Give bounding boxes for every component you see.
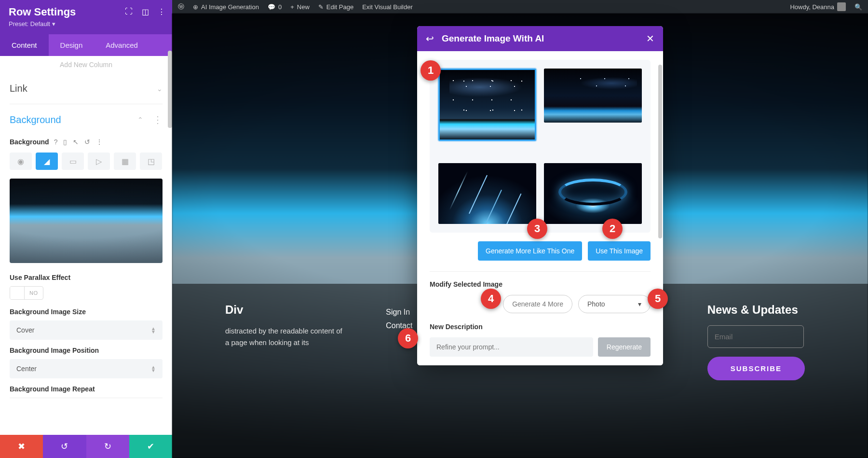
avatar — [837, 2, 846, 11]
footer-col1-text: distracted by the readable content of a … — [225, 325, 347, 348]
modal-title: Generate Image With AI — [442, 33, 638, 44]
redo-button[interactable]: ↻ — [86, 435, 129, 458]
accordion-background: Background ⌃ ⋮ Background ? ▯ ↖ ↺ ⋮ ◉ ◢ — [10, 104, 163, 398]
accordion-background-title: Background — [10, 114, 61, 125]
modal-body: Generate More Like This One Use This Ima… — [417, 51, 663, 365]
wp-admin-bar: ⓦ ⊕ AI Image Generation 💬 0 + New ✎ Edit… — [172, 0, 868, 14]
ai-image-modal: ↩ Generate Image With AI ✕ Generate More… — [417, 26, 663, 365]
exit-builder-link[interactable]: Exit Visual Builder — [362, 3, 413, 11]
comments-link[interactable]: 💬 0 — [268, 3, 282, 11]
background-field-header: Background ? ▯ ↖ ↺ ⋮ — [10, 138, 163, 146]
background-type-tabs: ◉ ◢ ▭ ▷ ▦ ◳ — [10, 153, 163, 170]
wp-logo-icon[interactable]: ⓦ — [178, 2, 184, 11]
edit-page-link[interactable]: ✎ Edit Page — [318, 3, 353, 11]
chevron-up-icon: ⌃ — [137, 116, 143, 124]
more-icon[interactable]: ⋮ — [157, 7, 166, 16]
accordion-link: Link ⌄ — [10, 73, 163, 104]
field-tools: ? ▯ ↖ ↺ ⋮ — [54, 138, 103, 146]
select-arrows-icon: ▲▼ — [151, 327, 156, 333]
parallax-label: Use Parallax Effect — [10, 274, 163, 281]
section-more-icon[interactable]: ⋮ — [153, 114, 163, 125]
back-icon[interactable]: ↩ — [426, 33, 434, 44]
sidebar-scrollbar[interactable] — [168, 51, 172, 128]
tab-content[interactable]: Content — [0, 34, 49, 56]
sidebar-header-actions: ⛶ ◫ ⋮ — [124, 7, 166, 16]
use-image-button[interactable]: Use This Image — [588, 241, 651, 261]
footer-col-about: Div distracted by the readable content o… — [225, 303, 347, 458]
new-link[interactable]: + New — [290, 3, 310, 11]
sidebar-body: Add New Column Link ⌄ Background ⌃ ⋮ Bac… — [0, 56, 172, 435]
accordion-link-title: Link — [10, 83, 27, 94]
subscribe-button[interactable]: SUBSCRIBE — [707, 357, 805, 380]
divider — [430, 271, 651, 272]
generate-4-more-button[interactable]: Generate 4 More — [503, 295, 572, 313]
main-area: ⓦ ⊕ AI Image Generation 💬 0 + New ✎ Edit… — [172, 0, 868, 458]
sidebar-header: Row Settings Preset: Default ▾ ⛶ ◫ ⋮ — [0, 0, 172, 34]
modal-actions: Generate More Like This One Use This Ima… — [430, 241, 651, 261]
tab-advanced[interactable]: Advanced — [94, 34, 149, 56]
modify-controls: Generate 4 More Photo ▾ — [430, 295, 651, 313]
field-more-icon[interactable]: ⋮ — [96, 138, 103, 146]
bg-type-pattern[interactable]: ▦ — [114, 153, 136, 170]
help-icon[interactable]: ? — [54, 138, 58, 146]
toggle-value: NO — [25, 290, 43, 296]
style-value: Photo — [587, 300, 605, 308]
image-grid — [438, 69, 642, 141]
bg-repeat-label: Background Image Repeat — [10, 385, 163, 393]
responsive-icon[interactable]: ▯ — [63, 138, 67, 146]
expand-icon[interactable]: ⛶ — [124, 7, 134, 16]
bg-position-select[interactable]: Center ▲▼ — [10, 359, 163, 378]
modal-header: ↩ Generate Image With AI ✕ — [417, 26, 663, 51]
modify-label: Modify Selected Image — [430, 280, 651, 288]
search-icon[interactable]: 🔍 — [854, 3, 862, 11]
style-select[interactable]: Photo ▾ — [578, 295, 651, 313]
generated-image-1[interactable] — [438, 69, 536, 141]
image-grid-2 — [438, 163, 642, 224]
accordion-background-header[interactable]: Background ⌃ ⋮ — [10, 104, 163, 135]
hover-icon[interactable]: ↖ — [73, 138, 79, 146]
modal-scrollbar[interactable] — [658, 65, 662, 238]
sidebar-footer: ✖ ↺ ↻ ✔ — [0, 435, 172, 458]
bg-type-gradient[interactable]: ◢ — [36, 153, 58, 170]
new-description-label: New Description — [430, 323, 651, 331]
tab-design[interactable]: Design — [49, 34, 95, 56]
background-preview[interactable] — [10, 179, 163, 263]
columns-icon[interactable]: ◫ — [140, 7, 150, 16]
bg-size-label: Background Image Size — [10, 308, 163, 316]
select-arrows-icon: ▲▼ — [151, 365, 156, 372]
bg-size-select[interactable]: Cover ▲▼ — [10, 320, 163, 340]
background-label: Background — [10, 138, 49, 146]
footer-col4-title: News & Updates — [707, 303, 829, 317]
regenerate-button[interactable]: Regenerate — [598, 337, 651, 357]
cancel-button[interactable]: ✖ — [0, 435, 43, 458]
undo-button[interactable]: ↺ — [43, 435, 86, 458]
reset-icon[interactable]: ↺ — [84, 138, 90, 146]
generate-more-button[interactable]: Generate More Like This One — [478, 241, 582, 261]
howdy-link[interactable]: Howdy, Deanna — [790, 2, 846, 11]
footer-col-news: News & Updates SUBSCRIBE — [707, 303, 829, 458]
bg-type-video[interactable]: ▷ — [88, 153, 110, 170]
chevron-down-icon: ⌄ — [157, 85, 163, 93]
refine-prompt-input[interactable] — [430, 337, 593, 357]
bg-type-color[interactable]: ◉ — [10, 153, 32, 170]
generated-image-2[interactable] — [544, 69, 642, 123]
sidebar-tabs: Content Design Advanced — [0, 34, 172, 56]
description-row: Regenerate — [430, 337, 651, 357]
close-icon[interactable]: ✕ — [646, 33, 654, 44]
toggle-knob — [10, 287, 25, 299]
generated-image-3[interactable] — [438, 163, 536, 224]
preset-selector[interactable]: Preset: Default ▾ — [9, 20, 163, 28]
add-column-placeholder[interactable]: Add New Column — [10, 56, 163, 73]
bg-size-value: Cover — [16, 326, 34, 334]
results-card — [430, 60, 651, 233]
email-field[interactable] — [707, 325, 804, 348]
generated-image-4[interactable] — [544, 163, 642, 224]
chevron-down-icon: ▾ — [638, 300, 641, 308]
bg-type-mask[interactable]: ◳ — [140, 153, 162, 170]
site-link[interactable]: ⊕ AI Image Generation — [193, 3, 259, 11]
accordion-link-header[interactable]: Link ⌄ — [10, 73, 163, 104]
bg-type-image[interactable]: ▭ — [62, 153, 84, 170]
bg-position-value: Center — [16, 365, 37, 373]
parallax-toggle[interactable]: NO — [10, 286, 43, 300]
save-button[interactable]: ✔ — [129, 435, 172, 458]
